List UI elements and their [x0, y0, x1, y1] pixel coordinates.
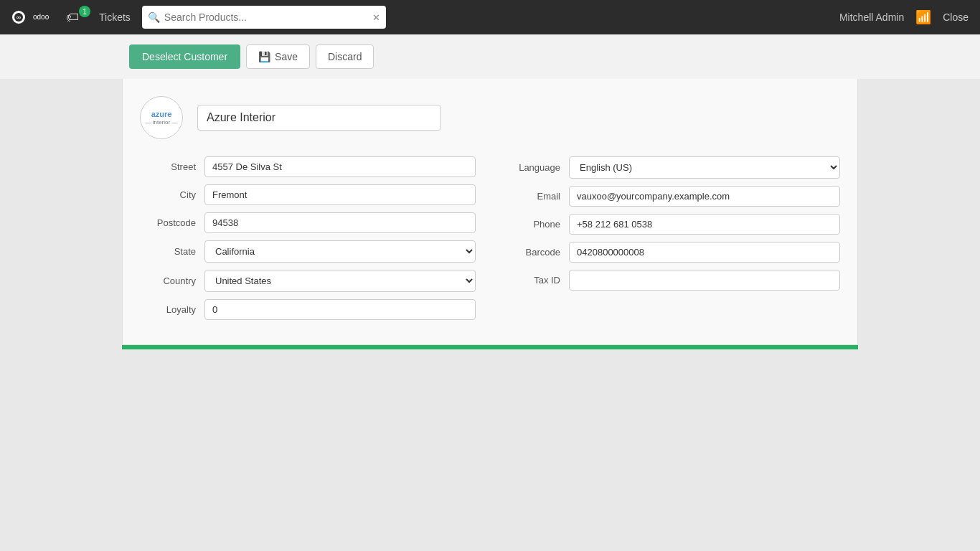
- search-bar: 🔍 ✕: [142, 6, 386, 29]
- postcode-input[interactable]: [204, 212, 476, 233]
- customer-form: azure — interior — Street City Postcode …: [122, 79, 858, 345]
- ticket-badge: 1: [79, 6, 90, 17]
- tickets-button[interactable]: 🏷 1 Tickets: [66, 10, 131, 25]
- street-row: Street: [140, 156, 476, 177]
- search-icon: 🔍: [148, 11, 160, 23]
- clear-icon[interactable]: ✕: [372, 12, 380, 23]
- wifi-icon: 📶: [915, 9, 931, 25]
- action-bar: Deselect Customer 💾 Save Discard: [0, 34, 980, 79]
- tickets-label: Tickets: [99, 11, 131, 23]
- form-grid: Street City Postcode State California Ne…: [140, 156, 840, 327]
- street-label: Street: [140, 161, 204, 172]
- green-bar: [122, 345, 858, 349]
- postcode-label: Postcode: [140, 217, 204, 228]
- avatar: azure — interior —: [140, 96, 183, 139]
- city-row: City: [140, 184, 476, 205]
- topbar: oo odoo 🏷 1 Tickets 🔍 ✕ Mitchell Admin 📶…: [0, 0, 980, 34]
- deselect-customer-button[interactable]: Deselect Customer: [129, 44, 240, 69]
- close-button[interactable]: Close: [943, 11, 969, 23]
- loyalty-label: Loyalty: [140, 304, 204, 315]
- language-row: Language English (US) French German Span…: [504, 156, 840, 179]
- taxid-input[interactable]: [569, 270, 840, 291]
- email-label: Email: [504, 191, 569, 202]
- barcode-input[interactable]: [569, 242, 840, 263]
- customer-header: azure — interior —: [140, 96, 840, 139]
- form-right: Language English (US) French German Span…: [504, 156, 840, 327]
- language-select[interactable]: English (US) French German Spanish: [569, 156, 840, 179]
- discard-button[interactable]: Discard: [316, 44, 374, 69]
- svg-text:oo: oo: [17, 15, 21, 19]
- topbar-right: Mitchell Admin 📶 Close: [839, 9, 969, 25]
- country-select[interactable]: United States France Germany Spain: [204, 270, 476, 292]
- street-input[interactable]: [204, 156, 476, 177]
- ticket-icon: 🏷: [66, 10, 79, 25]
- save-icon: 💾: [258, 51, 270, 62]
- phone-input[interactable]: [569, 214, 840, 235]
- postcode-row: Postcode: [140, 212, 476, 233]
- loyalty-input[interactable]: [204, 299, 476, 320]
- taxid-row: Tax ID: [504, 270, 840, 291]
- odoo-logo-svg: oo odoo: [11, 4, 55, 30]
- loyalty-row: Loyalty: [140, 299, 476, 320]
- save-button[interactable]: 💾 Save: [246, 44, 310, 69]
- svg-text:odoo: odoo: [33, 13, 50, 21]
- state-select[interactable]: California New York Texas Florida: [204, 240, 476, 263]
- odoo-logo: oo odoo: [11, 4, 55, 30]
- phone-row: Phone: [504, 214, 840, 235]
- barcode-row: Barcode: [504, 242, 840, 263]
- user-name: Mitchell Admin: [839, 11, 904, 23]
- city-label: City: [140, 189, 204, 200]
- search-input[interactable]: [164, 11, 368, 23]
- city-input[interactable]: [204, 184, 476, 205]
- barcode-label: Barcode: [504, 247, 569, 258]
- customer-name-input[interactable]: [197, 105, 441, 131]
- form-left: Street City Postcode State California Ne…: [140, 156, 476, 327]
- state-row: State California New York Texas Florida: [140, 240, 476, 263]
- email-input[interactable]: [569, 186, 840, 207]
- country-label: Country: [140, 276, 204, 286]
- email-row: Email: [504, 186, 840, 207]
- language-label: Language: [504, 162, 569, 173]
- country-row: Country United States France Germany Spa…: [140, 270, 476, 292]
- phone-label: Phone: [504, 219, 569, 230]
- taxid-label: Tax ID: [504, 275, 569, 286]
- state-label: State: [140, 246, 204, 257]
